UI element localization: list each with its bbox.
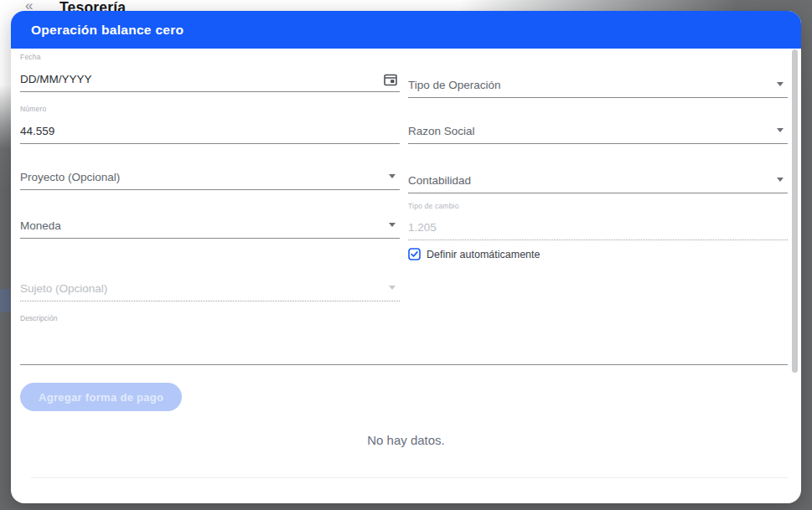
- no-data-text: No hay datos.: [11, 433, 801, 447]
- numero-label: Número: [20, 105, 46, 113]
- numero-field[interactable]: Número 44.559: [20, 105, 400, 144]
- operacion-balance-cero-dialog: Operación balance cero Fecha DD/MM/YYYY …: [11, 11, 801, 503]
- contabilidad-select[interactable]: Contabilidad: [408, 162, 788, 193]
- chevron-down-icon: [389, 174, 396, 178]
- tipo-operacion-select[interactable]: Tipo de Operación: [408, 61, 788, 98]
- definir-automaticamente-label: Definir automáticamente: [427, 249, 540, 260]
- razon-social-select[interactable]: Razon Social: [408, 113, 788, 144]
- chevron-down-icon: [389, 223, 396, 227]
- tipo-operacion-placeholder: Tipo de Operación: [408, 79, 501, 91]
- checkbox-checked-icon[interactable]: [408, 248, 421, 260]
- fecha-label: Fecha: [20, 53, 41, 61]
- dialog-title: Operación balance cero: [31, 23, 184, 38]
- sujeto-placeholder: Sujeto (Opcional): [20, 282, 107, 295]
- divider: [31, 477, 788, 478]
- tipo-cambio-label: Tipo de cambio: [408, 202, 459, 210]
- background-sidebar-item: [0, 289, 11, 312]
- fecha-input[interactable]: DD/MM/YYYY: [20, 73, 92, 85]
- chevron-down-icon: [777, 82, 784, 86]
- definir-automaticamente-checkbox[interactable]: Definir automáticamente: [408, 248, 540, 260]
- proyecto-select[interactable]: Proyecto (Opcional): [20, 159, 400, 190]
- descripcion-textarea[interactable]: [20, 322, 788, 365]
- contabilidad-placeholder: Contabilidad: [408, 174, 471, 187]
- chevron-down-icon: [777, 178, 784, 182]
- moneda-placeholder: Moneda: [20, 219, 61, 232]
- chevron-down-icon: [777, 128, 784, 132]
- modal-scrollbar[interactable]: [792, 49, 798, 373]
- tipo-cambio-field: Tipo de cambio 1.205: [408, 202, 788, 240]
- fecha-field[interactable]: Fecha DD/MM/YYYY: [20, 53, 400, 92]
- chevron-down-icon: [389, 286, 396, 290]
- agregar-forma-de-pago-button[interactable]: Agregar forma de pago: [20, 383, 182, 411]
- dialog-header: Operación balance cero: [11, 11, 801, 49]
- tipo-cambio-value: 1.205: [408, 221, 437, 234]
- calendar-icon[interactable]: [383, 72, 398, 87]
- proyecto-placeholder: Proyecto (Opcional): [20, 171, 120, 183]
- razon-social-placeholder: Razon Social: [408, 125, 475, 137]
- moneda-select[interactable]: Moneda: [20, 208, 400, 239]
- sujeto-select: Sujeto (Opcional): [20, 270, 400, 301]
- descripcion-label: Descripción: [20, 314, 57, 322]
- numero-input[interactable]: 44.559: [20, 125, 54, 137]
